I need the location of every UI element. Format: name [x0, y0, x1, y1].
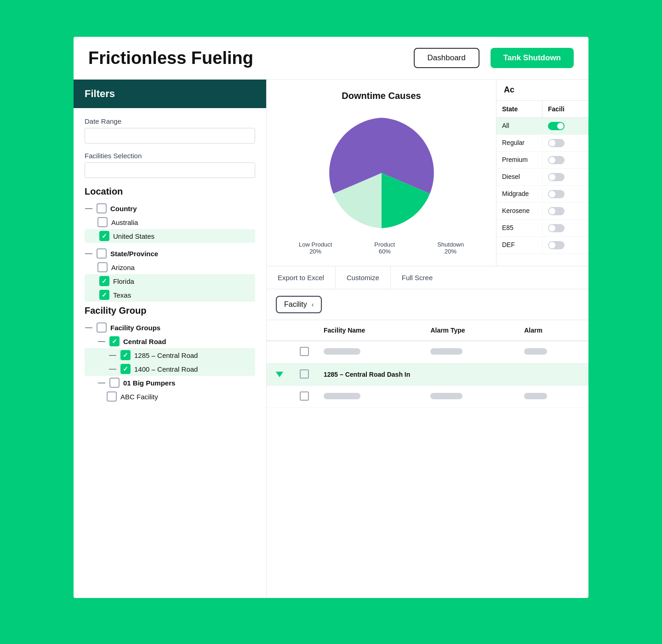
- facility-groups-collapse[interactable]: —: [85, 323, 93, 332]
- date-range-section: Date Range: [85, 117, 255, 144]
- tank-shutdown-button[interactable]: Tank Shutdown: [491, 48, 574, 68]
- chart-title: Downtime Causes: [278, 91, 485, 101]
- toggle-regular-bar[interactable]: [548, 139, 565, 147]
- export-button[interactable]: Export to Excel: [267, 266, 336, 289]
- th-alarm: Alarm: [517, 320, 588, 341]
- state-cell-def: DEF: [496, 237, 542, 253]
- facility-selector[interactable]: Facility ‹: [276, 296, 322, 313]
- 1400-collapse[interactable]: —: [108, 365, 117, 373]
- florida-label: Florida: [113, 277, 134, 285]
- expand-cell2: [267, 386, 292, 408]
- group-checkbox[interactable]: [300, 369, 309, 379]
- central-road-collapse[interactable]: —: [97, 337, 106, 345]
- th-alarm-type: Alarm Type: [423, 320, 517, 341]
- abc-facility-checkbox[interactable]: [107, 391, 117, 402]
- us-checkbox[interactable]: [99, 231, 109, 241]
- state-row-diesel[interactable]: Diesel: [496, 169, 588, 186]
- central-road-row: — Central Road: [85, 334, 255, 348]
- table-area: Facility Name Alarm Type Alarm: [267, 320, 588, 598]
- expand-cell: [267, 341, 292, 363]
- arizona-label: Arizona: [111, 264, 135, 271]
- facility-selector-label: Facility: [284, 300, 307, 309]
- toggle-def[interactable]: [542, 237, 588, 253]
- abc-facility-label: ABC Facility: [120, 393, 158, 401]
- toggle-all-bar[interactable]: [548, 122, 565, 130]
- big-pumpers-checkbox[interactable]: [109, 378, 120, 388]
- 1285-checkbox[interactable]: [120, 350, 131, 360]
- toggle-premium-bar[interactable]: [548, 156, 565, 164]
- state-panel: Ac State Facili All Regular: [496, 80, 588, 266]
- toggle-diesel[interactable]: [542, 169, 588, 185]
- table-row: [267, 386, 588, 408]
- main-content: Filters Date Range Facilities Selection …: [74, 80, 588, 598]
- group-checkbox-cell[interactable]: [292, 363, 316, 386]
- 1400-label: 1400 – Central Road: [134, 365, 198, 373]
- toggle-e85[interactable]: [542, 220, 588, 236]
- florida-row: Florida: [85, 274, 255, 288]
- facility-groups-checkbox[interactable]: [97, 322, 107, 333]
- state-panel-title: Ac: [496, 80, 588, 101]
- country-row: — Country: [85, 201, 255, 215]
- central-road-checkbox[interactable]: [109, 336, 120, 346]
- shutdown-label: Shutdown 20%: [437, 241, 464, 255]
- facility-groups-label: Facility Groups: [110, 324, 160, 332]
- date-range-input[interactable]: [85, 128, 255, 144]
- group-row: 1285 – Central Road Dash In: [267, 363, 588, 386]
- 1400-checkbox[interactable]: [120, 364, 131, 374]
- facility-group-title: Facility Group: [85, 305, 255, 316]
- 1285-label: 1285 – Central Road: [134, 351, 198, 359]
- toggle-premium[interactable]: [542, 152, 588, 168]
- group-expand-button[interactable]: [274, 369, 285, 380]
- state-row-kerosene[interactable]: Kerosene: [496, 203, 588, 220]
- toggle-diesel-bar[interactable]: [548, 173, 565, 181]
- state-row-regular[interactable]: Regular: [496, 135, 588, 152]
- state-row-premium[interactable]: Premium: [496, 152, 588, 169]
- chevron-left-icon: ‹: [312, 301, 314, 308]
- customize-button[interactable]: Customize: [336, 266, 391, 289]
- checkbox-cell[interactable]: [292, 341, 316, 363]
- toggle-midgrade[interactable]: [542, 186, 588, 202]
- big-pumpers-collapse[interactable]: —: [97, 379, 106, 387]
- country-collapse[interactable]: —: [85, 204, 93, 213]
- state-collapse[interactable]: —: [85, 249, 93, 258]
- state-row-midgrade[interactable]: Midgrade: [496, 186, 588, 203]
- app-title: Frictionless Fueling: [88, 48, 403, 68]
- state-checkbox[interactable]: [97, 248, 107, 259]
- state-row-all[interactable]: All: [496, 118, 588, 135]
- toggle-kerosene-bar[interactable]: [548, 207, 565, 215]
- abc-facility-row: ABC Facility: [85, 390, 255, 403]
- arizona-checkbox[interactable]: [97, 262, 108, 272]
- state-cell-all: All: [496, 118, 542, 134]
- toggle-def-bar[interactable]: [548, 241, 565, 249]
- th-expand: [267, 320, 292, 341]
- australia-checkbox[interactable]: [97, 217, 108, 227]
- 1400-row: — 1400 – Central Road: [85, 362, 255, 376]
- us-label: United States: [113, 232, 154, 240]
- state-cell-kerosene: Kerosene: [496, 203, 542, 219]
- checkbox-cell2[interactable]: [292, 386, 316, 408]
- toggle-e85-bar[interactable]: [548, 224, 565, 232]
- facilities-input[interactable]: [85, 162, 255, 178]
- texas-checkbox[interactable]: [99, 290, 109, 300]
- alarm-cell: [517, 341, 588, 363]
- toggle-kerosene[interactable]: [542, 203, 588, 219]
- facility-name-pill: [324, 348, 360, 355]
- toggle-regular[interactable]: [542, 135, 588, 151]
- texas-label: Texas: [113, 291, 131, 299]
- toggle-midgrade-bar[interactable]: [548, 190, 565, 198]
- alarm-type-cell: [423, 341, 517, 363]
- state-row-e85[interactable]: E85: [496, 220, 588, 237]
- table-row: [267, 341, 588, 363]
- fullscreen-button[interactable]: Full Scree: [391, 266, 444, 289]
- 1285-collapse[interactable]: —: [108, 351, 117, 359]
- state-cell-midgrade: Midgrade: [496, 186, 542, 202]
- dashboard-button[interactable]: Dashboard: [414, 48, 479, 68]
- toggle-all[interactable]: [542, 118, 588, 134]
- country-checkbox[interactable]: [97, 203, 107, 213]
- state-row-def[interactable]: DEF: [496, 237, 588, 254]
- florida-checkbox[interactable]: [99, 276, 109, 286]
- row-checkbox2[interactable]: [300, 391, 309, 401]
- group-expand-cell[interactable]: [267, 363, 292, 386]
- 1285-row: — 1285 – Central Road: [85, 348, 255, 362]
- row-checkbox[interactable]: [300, 347, 309, 356]
